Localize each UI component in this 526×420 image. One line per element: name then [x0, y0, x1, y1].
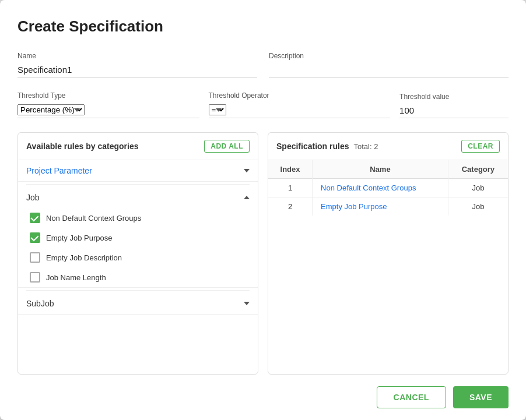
spec-rules-table: Index Name Category 1 Non Default Contex… [268, 160, 508, 216]
job-category-header[interactable]: Job [18, 187, 258, 208]
table-row: 1 Non Default Context Groups Job [268, 179, 508, 197]
cell-category: Job [448, 179, 508, 197]
rule-non-default-context-groups-label: Non Default Context Groups [46, 214, 141, 223]
threshold-type-select[interactable]: Percentage (%) [17, 104, 85, 115]
threshold-value-field: Threshold value [399, 93, 509, 118]
name-field: Name [17, 52, 257, 77]
available-rules-header: Available rules by categories ADD ALL [18, 133, 258, 160]
divider [26, 184, 250, 185]
rule-empty-job-purpose[interactable]: Empty Job Purpose [18, 228, 258, 248]
cell-index: 1 [268, 179, 313, 197]
threshold-value-label: Threshold value [399, 93, 509, 101]
job-category-section: Job Non Default Context Groups Empty Job… [18, 187, 258, 288]
spec-rules-title: Specification rules [276, 142, 349, 151]
save-button[interactable]: SAVE [453, 386, 509, 408]
col-name: Name [313, 160, 448, 179]
subjob-category-header[interactable]: SubJob [18, 293, 258, 314]
rule-non-default-context-groups[interactable]: Non Default Context Groups [18, 208, 258, 228]
available-rules-content: Project Parameter Job Non Default Contex… [18, 160, 258, 374]
description-field: Description [269, 52, 509, 77]
add-all-button[interactable]: ADD ALL [204, 140, 250, 153]
specification-rules-panel: Specification rules Total: 2 CLEAR Index… [268, 132, 509, 375]
threshold-type-wrapper: Threshold Type Percentage (%) [17, 91, 199, 118]
project-parameter-dropdown[interactable]: Project Parameter [18, 160, 258, 182]
col-category: Category [448, 160, 508, 179]
threshold-operator-select[interactable]: = [209, 104, 226, 115]
cell-name: Empty Job Purpose [313, 197, 448, 216]
spec-table-header-row: Index Name Category [268, 160, 508, 179]
rule-empty-job-description[interactable]: Empty Job Description [18, 248, 258, 267]
spec-header-group: Specification rules Total: 2 [276, 142, 378, 151]
rule-non-default-context-groups-checkbox[interactable] [30, 213, 40, 223]
cell-name: Non Default Context Groups [313, 179, 448, 197]
available-rules-title: Available rules by categories [26, 142, 138, 151]
name-label: Name [17, 52, 257, 60]
cancel-button[interactable]: CANCEL [377, 386, 446, 408]
divider2 [26, 290, 250, 291]
threshold-value-input[interactable] [399, 103, 509, 118]
modal-title: Create Specification [17, 17, 509, 36]
project-parameter-arrow-icon [244, 169, 250, 172]
spec-rules-total: Total: 2 [353, 142, 378, 151]
subjob-category-arrow-icon [244, 302, 250, 305]
job-category-label: Job [26, 193, 40, 202]
clear-button[interactable]: CLEAR [461, 140, 500, 153]
modal-footer: CANCEL SAVE [17, 375, 509, 408]
threshold-type-label: Threshold Type [17, 91, 199, 100]
available-rules-panel: Available rules by categories ADD ALL Pr… [17, 132, 258, 375]
cell-index: 2 [268, 197, 313, 216]
rule-job-name-length[interactable]: Job Name Length [18, 267, 258, 287]
description-label: Description [269, 52, 509, 60]
rule-empty-job-description-checkbox[interactable] [30, 252, 40, 263]
specification-rules-content: Index Name Category 1 Non Default Contex… [268, 160, 508, 374]
rule-empty-job-description-label: Empty Job Description [46, 253, 122, 262]
threshold-operator-wrapper: Threshold Operator = [209, 91, 391, 118]
cell-category: Job [448, 197, 508, 216]
project-parameter-label: Project Parameter [26, 166, 92, 175]
subjob-category-section: SubJob [18, 293, 258, 315]
specification-rules-header: Specification rules Total: 2 CLEAR [268, 133, 508, 160]
subjob-category-label: SubJob [26, 299, 54, 308]
rule-job-name-length-label: Job Name Length [46, 273, 106, 282]
threshold-operator-label: Threshold Operator [209, 91, 391, 100]
name-input[interactable] [17, 62, 257, 77]
table-row: 2 Empty Job Purpose Job [268, 197, 508, 216]
rule-empty-job-purpose-label: Empty Job Purpose [46, 234, 112, 242]
col-index: Index [268, 160, 313, 179]
job-category-arrow-icon [244, 196, 250, 199]
rule-job-name-length-checkbox[interactable] [30, 272, 40, 283]
rule-empty-job-purpose-checkbox[interactable] [30, 232, 40, 243]
description-input[interactable] [269, 62, 509, 77]
